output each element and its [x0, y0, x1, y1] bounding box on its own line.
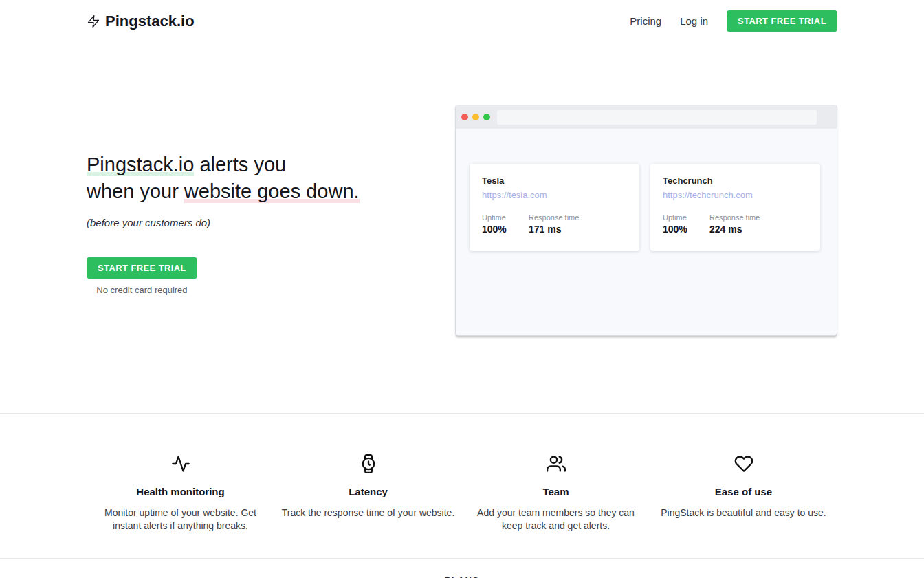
- users-icon: [462, 454, 650, 473]
- uptime-label: Uptime: [663, 213, 710, 222]
- maximize-window-icon: [483, 114, 490, 120]
- hero-heading-text: alerts you: [194, 153, 286, 175]
- traffic-light-buttons: [461, 114, 490, 120]
- brand-logo[interactable]: Pingstack.io: [87, 12, 195, 30]
- feature-description: Add your team members so they can keep t…: [462, 506, 650, 533]
- feature-latency: Latency Track the response time of your …: [274, 454, 462, 533]
- plans-section: PLANS: [0, 558, 924, 578]
- response-time-value: 171 ms: [529, 224, 579, 235]
- hero-heading-highlight-pink: website goes down.: [184, 180, 360, 203]
- feature-title: Latency: [274, 486, 462, 497]
- feature-team: Team Add your team members so they can k…: [462, 454, 650, 533]
- feature-title: Ease of use: [650, 486, 837, 497]
- feature-title: Health monitoring: [87, 486, 274, 497]
- close-window-icon: [461, 114, 468, 120]
- nav-links: Pricing Log in START FREE TRIAL: [630, 10, 837, 32]
- response-time-value: 224 ms: [710, 224, 760, 235]
- site-name: Techcrunch: [663, 175, 808, 186]
- hero-section: Pingstack.io alerts youwhen your website…: [87, 33, 837, 336]
- response-time-label: Response time: [529, 213, 579, 222]
- hero-subtitle: (before your customers do): [87, 217, 424, 228]
- hero-copy: Pingstack.io alerts youwhen your website…: [87, 33, 424, 295]
- heart-icon: [650, 454, 837, 473]
- site-name: Tesla: [482, 175, 627, 186]
- brand-name: Pingstack.io: [105, 12, 195, 30]
- response-time-stat: Response time 224 ms: [710, 213, 760, 235]
- site-url: https://techcrunch.com: [663, 190, 808, 200]
- feature-health-monitoring: Health monitoring Monitor uptime of your…: [87, 454, 274, 533]
- site-url: https://tesla.com: [482, 190, 627, 200]
- browser-mockup: Tesla https://tesla.com Uptime 100% Resp…: [455, 105, 837, 336]
- site-stats: Uptime 100% Response time 171 ms: [482, 213, 627, 235]
- start-free-trial-button-nav[interactable]: START FREE TRIAL: [727, 10, 837, 32]
- hero-cta-block: START FREE TRIAL No credit card required: [87, 257, 197, 295]
- start-free-trial-button-hero[interactable]: START FREE TRIAL: [87, 257, 197, 279]
- no-credit-card-note: No credit card required: [87, 285, 197, 295]
- features-section: Health monitoring Monitor uptime of your…: [0, 413, 924, 558]
- zap-icon: [87, 14, 100, 28]
- feature-description: Monitor uptime of your website. Get inst…: [87, 506, 274, 533]
- monitor-card-techcrunch: Techcrunch https://techcrunch.com Uptime…: [650, 164, 820, 251]
- activity-icon: [87, 454, 274, 473]
- top-navigation: Pingstack.io Pricing Log in START FREE T…: [87, 0, 837, 33]
- response-time-stat: Response time 171 ms: [529, 213, 579, 235]
- feature-ease-of-use: Ease of use PingStack is beautiful and e…: [650, 454, 837, 533]
- uptime-label: Uptime: [482, 213, 529, 222]
- nav-link-login[interactable]: Log in: [680, 15, 708, 27]
- minimize-window-icon: [472, 114, 479, 120]
- uptime-stat: Uptime 100%: [482, 213, 529, 235]
- browser-titlebar: [456, 105, 837, 129]
- plans-section-label: PLANS: [0, 575, 924, 578]
- watch-icon: [274, 454, 462, 473]
- hero-heading: Pingstack.io alerts youwhen your website…: [87, 151, 424, 205]
- feature-title: Team: [462, 486, 650, 497]
- feature-description: Track the response time of your website.: [274, 506, 462, 520]
- monitor-card-tesla: Tesla https://tesla.com Uptime 100% Resp…: [470, 164, 639, 251]
- feature-description: PingStack is beautiful and easy to use.: [650, 506, 837, 520]
- hero-heading-text2: when your: [87, 180, 184, 202]
- uptime-value: 100%: [482, 224, 529, 235]
- address-bar: [497, 110, 817, 125]
- site-stats: Uptime 100% Response time 224 ms: [663, 213, 808, 235]
- uptime-value: 100%: [663, 224, 710, 235]
- nav-link-pricing[interactable]: Pricing: [630, 15, 661, 27]
- response-time-label: Response time: [710, 213, 760, 222]
- hero-heading-highlight-green: Pingstack.io: [87, 153, 194, 176]
- browser-content: Tesla https://tesla.com Uptime 100% Resp…: [456, 129, 837, 251]
- uptime-stat: Uptime 100%: [663, 213, 710, 235]
